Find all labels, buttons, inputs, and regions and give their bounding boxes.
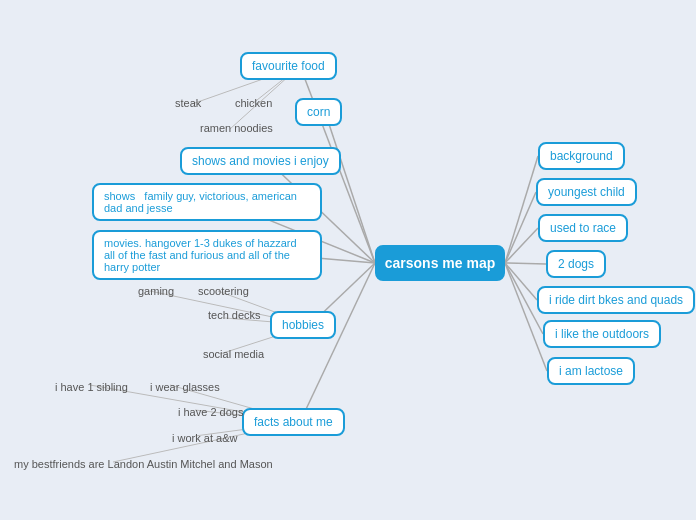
social-media-label: social media: [203, 348, 264, 360]
shows-movies-node: shows and movies i enjoy: [180, 147, 341, 175]
facts-about-me-node: facts about me: [242, 408, 345, 436]
work-alw-label: i work at a&w: [172, 432, 237, 444]
center-node: carsons me map: [375, 245, 505, 281]
1-sibling-label: i have 1 sibling: [55, 381, 128, 393]
steak-label: steak: [175, 97, 201, 109]
svg-line-1: [505, 192, 536, 263]
hobbies-node: hobbies: [270, 311, 336, 339]
youngest-child-node: youngest child: [536, 178, 637, 206]
dirt-bikes-node: i ride dirt bkes and quads: [537, 286, 695, 314]
movies-list-node: movies. hangover 1-3 dukes of hazzard al…: [92, 230, 322, 280]
shows-list-node: shows family guy, victorious, american d…: [92, 183, 322, 221]
2-dogs-fact-label: i have 2 dogs: [178, 406, 243, 418]
outdoors-node: i like the outdoors: [543, 320, 661, 348]
lactose-node: i am lactose: [547, 357, 635, 385]
scootering-label: scootering: [198, 285, 249, 297]
2-dogs-node: 2 dogs: [546, 250, 606, 278]
svg-line-0: [505, 156, 538, 263]
favourite-food-node: favourite food: [240, 52, 337, 80]
svg-line-6: [505, 263, 547, 371]
svg-line-8: [325, 112, 375, 263]
svg-line-4: [505, 263, 537, 300]
bestfriends-label: my bestfriends are Landon Austin Mitchel…: [14, 458, 273, 470]
tech-decks-label: tech decks: [208, 309, 261, 321]
svg-line-2: [505, 228, 538, 263]
chicken-label: chicken: [235, 97, 272, 109]
used-to-race-node: used to race: [538, 214, 628, 242]
gaming-label: gaming: [138, 285, 174, 297]
background-node: background: [538, 142, 625, 170]
svg-line-3: [505, 263, 546, 264]
svg-line-13: [300, 263, 375, 422]
corn-node: corn: [295, 98, 342, 126]
ramen-label: ramen noodies: [200, 122, 273, 134]
wear-glasses-label: i wear glasses: [150, 381, 220, 393]
